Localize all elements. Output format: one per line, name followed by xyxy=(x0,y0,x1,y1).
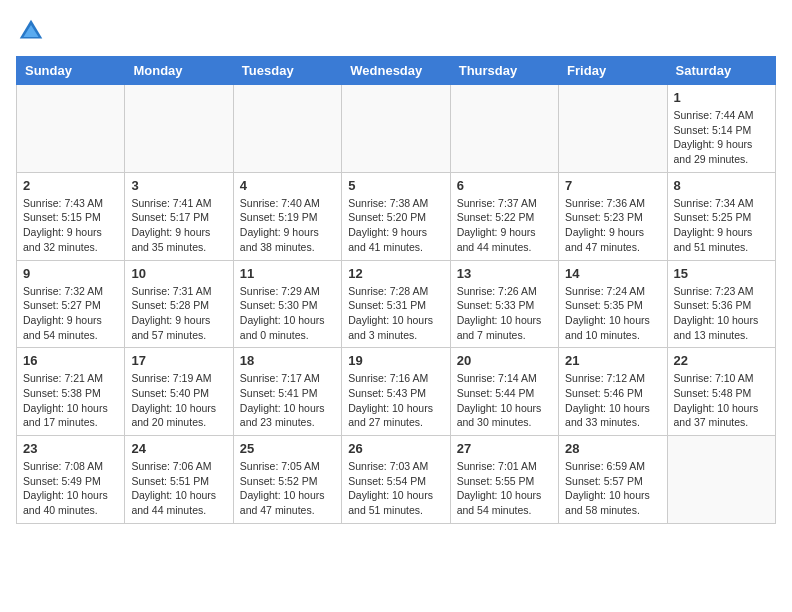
day-info: Sunrise: 7:23 AM Sunset: 5:36 PM Dayligh… xyxy=(674,284,769,343)
day-number: 9 xyxy=(23,266,118,281)
day-info: Sunrise: 7:34 AM Sunset: 5:25 PM Dayligh… xyxy=(674,196,769,255)
calendar-cell: 24Sunrise: 7:06 AM Sunset: 5:51 PM Dayli… xyxy=(125,436,233,524)
day-info: Sunrise: 7:29 AM Sunset: 5:30 PM Dayligh… xyxy=(240,284,335,343)
col-header-tuesday: Tuesday xyxy=(233,57,341,85)
day-info: Sunrise: 7:32 AM Sunset: 5:27 PM Dayligh… xyxy=(23,284,118,343)
day-number: 16 xyxy=(23,353,118,368)
calendar-cell: 12Sunrise: 7:28 AM Sunset: 5:31 PM Dayli… xyxy=(342,260,450,348)
calendar-cell: 16Sunrise: 7:21 AM Sunset: 5:38 PM Dayli… xyxy=(17,348,125,436)
calendar-cell: 3Sunrise: 7:41 AM Sunset: 5:17 PM Daylig… xyxy=(125,172,233,260)
calendar-cell: 21Sunrise: 7:12 AM Sunset: 5:46 PM Dayli… xyxy=(559,348,667,436)
day-number: 6 xyxy=(457,178,552,193)
day-info: Sunrise: 7:26 AM Sunset: 5:33 PM Dayligh… xyxy=(457,284,552,343)
day-number: 13 xyxy=(457,266,552,281)
day-info: Sunrise: 7:01 AM Sunset: 5:55 PM Dayligh… xyxy=(457,459,552,518)
calendar-cell xyxy=(125,85,233,173)
calendar-header-row: SundayMondayTuesdayWednesdayThursdayFrid… xyxy=(17,57,776,85)
day-info: Sunrise: 7:41 AM Sunset: 5:17 PM Dayligh… xyxy=(131,196,226,255)
day-number: 10 xyxy=(131,266,226,281)
day-info: Sunrise: 7:28 AM Sunset: 5:31 PM Dayligh… xyxy=(348,284,443,343)
day-number: 17 xyxy=(131,353,226,368)
calendar-cell: 28Sunrise: 6:59 AM Sunset: 5:57 PM Dayli… xyxy=(559,436,667,524)
day-info: Sunrise: 7:16 AM Sunset: 5:43 PM Dayligh… xyxy=(348,371,443,430)
day-info: Sunrise: 7:36 AM Sunset: 5:23 PM Dayligh… xyxy=(565,196,660,255)
calendar-cell: 14Sunrise: 7:24 AM Sunset: 5:35 PM Dayli… xyxy=(559,260,667,348)
day-number: 5 xyxy=(348,178,443,193)
day-number: 28 xyxy=(565,441,660,456)
calendar-cell xyxy=(450,85,558,173)
day-number: 23 xyxy=(23,441,118,456)
day-info: Sunrise: 7:21 AM Sunset: 5:38 PM Dayligh… xyxy=(23,371,118,430)
day-number: 15 xyxy=(674,266,769,281)
day-info: Sunrise: 7:08 AM Sunset: 5:49 PM Dayligh… xyxy=(23,459,118,518)
calendar-cell: 26Sunrise: 7:03 AM Sunset: 5:54 PM Dayli… xyxy=(342,436,450,524)
calendar-cell: 6Sunrise: 7:37 AM Sunset: 5:22 PM Daylig… xyxy=(450,172,558,260)
calendar-cell: 9Sunrise: 7:32 AM Sunset: 5:27 PM Daylig… xyxy=(17,260,125,348)
day-info: Sunrise: 7:10 AM Sunset: 5:48 PM Dayligh… xyxy=(674,371,769,430)
calendar-cell: 4Sunrise: 7:40 AM Sunset: 5:19 PM Daylig… xyxy=(233,172,341,260)
calendar-cell: 25Sunrise: 7:05 AM Sunset: 5:52 PM Dayli… xyxy=(233,436,341,524)
calendar-cell xyxy=(233,85,341,173)
day-info: Sunrise: 7:03 AM Sunset: 5:54 PM Dayligh… xyxy=(348,459,443,518)
day-number: 24 xyxy=(131,441,226,456)
week-row-3: 9Sunrise: 7:32 AM Sunset: 5:27 PM Daylig… xyxy=(17,260,776,348)
calendar-cell xyxy=(17,85,125,173)
day-number: 7 xyxy=(565,178,660,193)
week-row-2: 2Sunrise: 7:43 AM Sunset: 5:15 PM Daylig… xyxy=(17,172,776,260)
day-number: 4 xyxy=(240,178,335,193)
calendar-cell: 15Sunrise: 7:23 AM Sunset: 5:36 PM Dayli… xyxy=(667,260,775,348)
calendar-cell: 11Sunrise: 7:29 AM Sunset: 5:30 PM Dayli… xyxy=(233,260,341,348)
calendar-cell: 19Sunrise: 7:16 AM Sunset: 5:43 PM Dayli… xyxy=(342,348,450,436)
day-info: Sunrise: 7:40 AM Sunset: 5:19 PM Dayligh… xyxy=(240,196,335,255)
calendar-table: SundayMondayTuesdayWednesdayThursdayFrid… xyxy=(16,56,776,524)
calendar-cell: 8Sunrise: 7:34 AM Sunset: 5:25 PM Daylig… xyxy=(667,172,775,260)
week-row-5: 23Sunrise: 7:08 AM Sunset: 5:49 PM Dayli… xyxy=(17,436,776,524)
calendar-cell: 5Sunrise: 7:38 AM Sunset: 5:20 PM Daylig… xyxy=(342,172,450,260)
calendar-cell: 27Sunrise: 7:01 AM Sunset: 5:55 PM Dayli… xyxy=(450,436,558,524)
day-info: Sunrise: 6:59 AM Sunset: 5:57 PM Dayligh… xyxy=(565,459,660,518)
day-number: 27 xyxy=(457,441,552,456)
day-number: 25 xyxy=(240,441,335,456)
page-header xyxy=(16,16,776,46)
day-info: Sunrise: 7:44 AM Sunset: 5:14 PM Dayligh… xyxy=(674,108,769,167)
day-number: 26 xyxy=(348,441,443,456)
calendar-cell xyxy=(667,436,775,524)
day-number: 21 xyxy=(565,353,660,368)
calendar-cell: 20Sunrise: 7:14 AM Sunset: 5:44 PM Dayli… xyxy=(450,348,558,436)
day-info: Sunrise: 7:06 AM Sunset: 5:51 PM Dayligh… xyxy=(131,459,226,518)
col-header-thursday: Thursday xyxy=(450,57,558,85)
week-row-4: 16Sunrise: 7:21 AM Sunset: 5:38 PM Dayli… xyxy=(17,348,776,436)
calendar-cell: 17Sunrise: 7:19 AM Sunset: 5:40 PM Dayli… xyxy=(125,348,233,436)
day-number: 20 xyxy=(457,353,552,368)
col-header-wednesday: Wednesday xyxy=(342,57,450,85)
day-info: Sunrise: 7:37 AM Sunset: 5:22 PM Dayligh… xyxy=(457,196,552,255)
day-info: Sunrise: 7:24 AM Sunset: 5:35 PM Dayligh… xyxy=(565,284,660,343)
calendar-cell: 23Sunrise: 7:08 AM Sunset: 5:49 PM Dayli… xyxy=(17,436,125,524)
calendar-cell: 13Sunrise: 7:26 AM Sunset: 5:33 PM Dayli… xyxy=(450,260,558,348)
day-number: 8 xyxy=(674,178,769,193)
logo-icon xyxy=(16,16,46,46)
calendar-cell: 7Sunrise: 7:36 AM Sunset: 5:23 PM Daylig… xyxy=(559,172,667,260)
day-number: 11 xyxy=(240,266,335,281)
calendar-cell xyxy=(559,85,667,173)
week-row-1: 1Sunrise: 7:44 AM Sunset: 5:14 PM Daylig… xyxy=(17,85,776,173)
day-number: 18 xyxy=(240,353,335,368)
day-info: Sunrise: 7:38 AM Sunset: 5:20 PM Dayligh… xyxy=(348,196,443,255)
day-number: 14 xyxy=(565,266,660,281)
col-header-saturday: Saturday xyxy=(667,57,775,85)
day-info: Sunrise: 7:19 AM Sunset: 5:40 PM Dayligh… xyxy=(131,371,226,430)
day-number: 12 xyxy=(348,266,443,281)
day-number: 1 xyxy=(674,90,769,105)
day-info: Sunrise: 7:31 AM Sunset: 5:28 PM Dayligh… xyxy=(131,284,226,343)
calendar-cell: 2Sunrise: 7:43 AM Sunset: 5:15 PM Daylig… xyxy=(17,172,125,260)
day-info: Sunrise: 7:05 AM Sunset: 5:52 PM Dayligh… xyxy=(240,459,335,518)
day-number: 3 xyxy=(131,178,226,193)
day-number: 22 xyxy=(674,353,769,368)
day-info: Sunrise: 7:17 AM Sunset: 5:41 PM Dayligh… xyxy=(240,371,335,430)
logo xyxy=(16,16,50,46)
col-header-friday: Friday xyxy=(559,57,667,85)
calendar-cell: 22Sunrise: 7:10 AM Sunset: 5:48 PM Dayli… xyxy=(667,348,775,436)
calendar-cell: 1Sunrise: 7:44 AM Sunset: 5:14 PM Daylig… xyxy=(667,85,775,173)
day-info: Sunrise: 7:43 AM Sunset: 5:15 PM Dayligh… xyxy=(23,196,118,255)
day-number: 19 xyxy=(348,353,443,368)
